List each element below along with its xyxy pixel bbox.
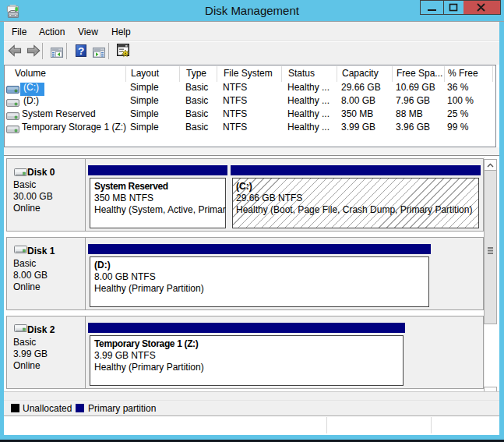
svg-text:?: ? bbox=[78, 45, 84, 57]
